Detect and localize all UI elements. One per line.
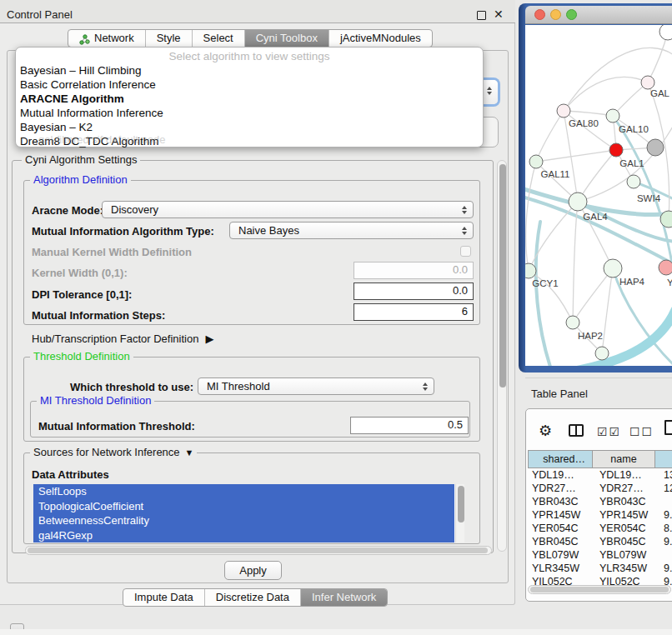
close-window-button[interactable] bbox=[534, 9, 545, 20]
network-node-gal[interactable] bbox=[641, 76, 654, 89]
table-row[interactable]: YDR27…YDR27…12 bbox=[528, 482, 672, 495]
tab-jactivemnodules[interactable]: jActiveMNodules bbox=[328, 30, 432, 47]
select-all-checkboxes-icon[interactable]: ☑☑ bbox=[597, 425, 621, 438]
node-label-y: Y bbox=[667, 278, 672, 288]
sources-toggle[interactable]: Sources for Network Inference▼ bbox=[30, 447, 197, 458]
apply-button[interactable]: Apply bbox=[224, 561, 282, 580]
scrollbar-thumb[interactable] bbox=[530, 587, 669, 592]
status-strip bbox=[0, 629, 672, 635]
control-panel-title: Control Panel bbox=[7, 8, 73, 21]
algorithm-option-mutual-information-inference[interactable]: Mutual Information Inference bbox=[16, 106, 483, 120]
tab-label-jactivemnodules: jActiveMNodules bbox=[340, 30, 421, 47]
network-node-hap2[interactable] bbox=[566, 316, 579, 329]
stepper-arrows-icon bbox=[462, 227, 467, 235]
file-icon[interactable] bbox=[664, 420, 672, 435]
network-node[interactable] bbox=[647, 139, 664, 156]
tab-style[interactable]: Style bbox=[145, 30, 192, 47]
table-row[interactable]: YDL19…YDL19…13 bbox=[528, 468, 672, 482]
network-node-gal80[interactable] bbox=[557, 104, 570, 118]
tab-label-cyni-toolbox: Cyni Toolbox bbox=[256, 30, 318, 47]
hub-definition-label: Hub/Transcription Factor Definition bbox=[32, 332, 198, 345]
table-row[interactable]: YLR345WYLR345W9. bbox=[528, 562, 672, 575]
control-panel-titlebar bbox=[0, 0, 515, 23]
table-row[interactable]: YPR145WYPR145W9. bbox=[528, 508, 672, 522]
attribute-item-gal4rgexp[interactable]: gal4RGexp bbox=[33, 528, 454, 543]
table-cell: 9. bbox=[655, 508, 672, 522]
deselect-all-checkboxes-icon[interactable]: ☐☐ bbox=[629, 425, 654, 438]
tab-cyni-toolbox[interactable]: Cyni Toolbox bbox=[244, 30, 328, 47]
node-label-gcy1: GCY1 bbox=[532, 278, 558, 288]
table-cell: 12 bbox=[655, 482, 672, 495]
node-label-gal80: GAL80 bbox=[569, 118, 599, 128]
network-node-hap4[interactable] bbox=[604, 259, 622, 278]
attribute-item-betweennesscentrality[interactable]: BetweennessCentrality bbox=[33, 513, 454, 528]
table-cell: YER054C bbox=[528, 522, 593, 535]
float-panel-icon[interactable] bbox=[477, 11, 486, 20]
close-panel-icon[interactable]: ✕ bbox=[494, 8, 504, 21]
table-cell: 8. bbox=[655, 522, 672, 535]
divider bbox=[525, 378, 672, 378]
table-horizontal-scrollbar[interactable] bbox=[528, 585, 671, 594]
table-row[interactable]: YBL079WYBL079W bbox=[528, 548, 672, 562]
scrollbar-thumb[interactable] bbox=[499, 164, 506, 388]
attributes-vertical-scrollbar[interactable] bbox=[455, 484, 464, 542]
scrollbar-thumb[interactable] bbox=[28, 548, 488, 553]
hub-definition-toggle[interactable]: Hub/Transcription Factor Definition▶ bbox=[32, 332, 213, 345]
which-threshold-select[interactable]: MI Threshold bbox=[198, 378, 434, 395]
network-icon bbox=[79, 33, 90, 44]
network-node-swi4[interactable] bbox=[627, 175, 640, 188]
network-node[interactable] bbox=[659, 25, 672, 40]
dropdown-placeholder: Select algorithm to view settings bbox=[16, 49, 483, 63]
aracne-mode-value: Discovery bbox=[111, 203, 158, 216]
node-label-gal: GAL bbox=[650, 88, 670, 98]
algorithm-option-basic-correlation-inference[interactable]: Basic Correlation Inference bbox=[16, 78, 483, 92]
table-row[interactable]: YBR045CYBR045C9. bbox=[528, 535, 672, 548]
algorithm-option-bayesian-k2[interactable]: Bayesian – K2 bbox=[16, 120, 483, 134]
table-cell: YIL052C bbox=[593, 575, 655, 585]
attributes-horizontal-scrollbar[interactable] bbox=[25, 546, 492, 555]
network-canvas[interactable]: GALGAL80GAL10GAL1GAL11SWI4GAL4GCY1HAP4YH… bbox=[525, 25, 672, 366]
tab-network[interactable]: Network bbox=[68, 30, 145, 47]
column-header-2[interactable] bbox=[655, 450, 672, 468]
table-row[interactable]: YBR043CYBR043C bbox=[528, 495, 672, 508]
tab-discretize-data[interactable]: Discretize Data bbox=[204, 589, 300, 606]
network-view-window: GALGAL80GAL10GAL1GAL11SWI4GAL4GCY1HAP4YH… bbox=[519, 3, 672, 372]
column-layout-icon[interactable] bbox=[569, 424, 584, 437]
kernel-width-field[interactable]: 0.0 bbox=[354, 262, 474, 279]
algorithm-option-aracne-algorithm[interactable]: ARACNE Algorithm bbox=[16, 92, 483, 106]
aracne-mode-select[interactable]: Discovery bbox=[102, 201, 474, 218]
network-edge bbox=[536, 150, 616, 162]
network-node-gal1[interactable] bbox=[609, 143, 623, 157]
manual-kernel-checkbox[interactable] bbox=[460, 246, 471, 257]
network-node-gcy1[interactable] bbox=[525, 263, 536, 278]
column-header-shared[interactable]: shared… bbox=[528, 450, 593, 468]
gear-icon[interactable]: ⚙ bbox=[539, 422, 552, 440]
table-cell: 13 bbox=[655, 468, 672, 482]
algorithm-option-bayesian-hill-climbing[interactable]: Bayesian – Hill Climbing bbox=[16, 63, 483, 78]
tab-infer-network[interactable]: Infer Network bbox=[300, 589, 387, 606]
dpi-tolerance-field[interactable]: 0.0 bbox=[354, 282, 474, 300]
dpi-tolerance-label: DPI Tolerance [0,1]: bbox=[32, 288, 132, 301]
table-row[interactable]: YIL052CYIL052C9. bbox=[528, 575, 672, 585]
minimize-window-button[interactable] bbox=[550, 9, 561, 20]
column-header-name[interactable]: name bbox=[593, 450, 655, 468]
tab-select[interactable]: Select bbox=[192, 30, 244, 47]
network-node[interactable] bbox=[595, 347, 609, 360]
network-node-gal10[interactable] bbox=[606, 109, 619, 122]
table-row[interactable]: YER054CYER054C8. bbox=[528, 522, 672, 535]
mi-steps-field[interactable]: 6 bbox=[354, 303, 474, 321]
network-node-y[interactable] bbox=[659, 260, 672, 275]
settings-vertical-scrollbar[interactable] bbox=[497, 160, 507, 552]
table-cell: YDL19… bbox=[593, 468, 655, 482]
mi-threshold-group-title: MI Threshold Definition bbox=[37, 395, 154, 407]
mi-type-select[interactable]: Naive Bayes bbox=[229, 222, 474, 239]
zoom-window-button[interactable] bbox=[566, 9, 577, 20]
network-node-gal4[interactable] bbox=[569, 192, 587, 211]
attribute-item-topologicalcoefficient[interactable]: TopologicalCoefficient bbox=[33, 499, 454, 514]
network-node-gal11[interactable] bbox=[529, 155, 543, 168]
tab-impute-data[interactable]: Impute Data bbox=[123, 589, 204, 606]
mi-threshold-field[interactable]: 0.5 bbox=[350, 417, 469, 434]
scrollbar-thumb[interactable] bbox=[458, 486, 464, 522]
table-cell bbox=[655, 495, 672, 508]
attribute-item-selfloops[interactable]: SelfLoops bbox=[33, 484, 454, 499]
